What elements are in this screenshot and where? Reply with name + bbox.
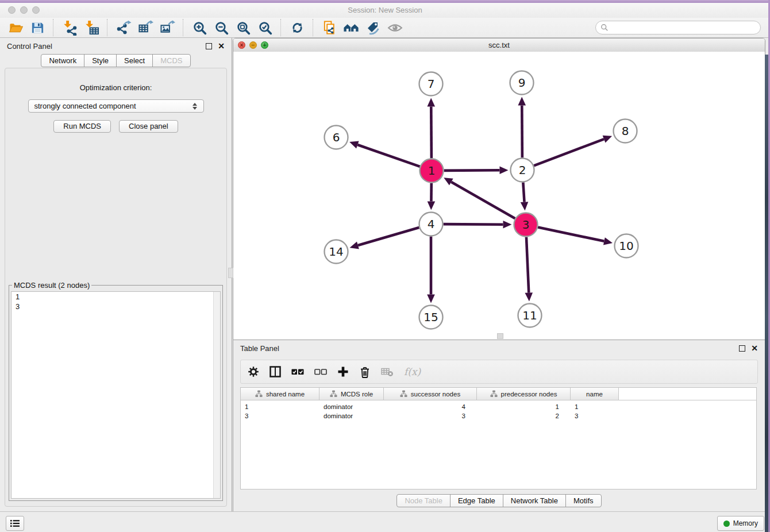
zoom-in-button[interactable] <box>190 19 209 37</box>
column-layout-button[interactable] <box>270 366 281 377</box>
edge-4-14[interactable] <box>358 228 419 245</box>
zoom-in-icon <box>192 21 207 35</box>
float-panel-icon[interactable] <box>206 43 212 49</box>
table-cell[interactable]: dominator <box>319 413 384 419</box>
network-window-title: scc.txt <box>233 38 765 52</box>
tab-network-table[interactable]: Network Table <box>503 494 566 507</box>
mcds-result-line: 1 <box>11 292 220 302</box>
tab-edge-table[interactable]: Edge Table <box>450 494 503 507</box>
task-history-button[interactable] <box>6 516 24 531</box>
edge-1-2[interactable] <box>444 170 499 171</box>
edge-3-10[interactable] <box>538 227 604 241</box>
table-cell[interactable]: 3 <box>384 413 477 419</box>
close-network-button[interactable]: × <box>238 41 245 49</box>
edge-1-7[interactable] <box>431 106 432 158</box>
maximize-network-button[interactable]: + <box>261 41 268 49</box>
table-row[interactable]: 3dominator323 <box>241 411 756 421</box>
column-header-label: MCDS role <box>341 391 373 398</box>
function-builder-button[interactable]: f(x) <box>404 366 421 377</box>
clone-network-button[interactable] <box>320 19 338 37</box>
graph-node-label: 7 <box>428 77 435 91</box>
tab-motifs[interactable]: Motifs <box>565 494 602 507</box>
table-cell[interactable]: 3 <box>571 413 619 419</box>
export-table-button[interactable] <box>136 19 155 37</box>
edge-2-8[interactable] <box>534 139 604 165</box>
tab-node-table[interactable]: Node Table <box>396 494 451 507</box>
edge-3-1[interactable] <box>451 182 515 219</box>
add-column-button[interactable] <box>337 366 349 377</box>
table-row[interactable]: 1dominator411 <box>241 402 756 411</box>
export-image-button[interactable] <box>158 19 176 37</box>
edge-2-3[interactable] <box>523 182 524 202</box>
import-table-button[interactable] <box>82 19 101 37</box>
tab-mcds[interactable]: MCDS <box>152 54 190 67</box>
close-panel-button[interactable]: Close panel <box>119 120 178 133</box>
edge-4-3[interactable] <box>443 224 503 225</box>
refresh-layout-button[interactable] <box>288 19 306 37</box>
memory-label: Memory <box>733 519 758 527</box>
column-header-predecessor-nodes[interactable]: predecessor nodes <box>477 388 571 400</box>
column-header-label: name <box>586 391 603 398</box>
minimize-network-button[interactable]: − <box>249 41 257 49</box>
edge-1-6[interactable] <box>357 145 419 167</box>
canvas-scroll-grip[interactable] <box>497 333 503 339</box>
run-mcds-button[interactable]: Run MCDS <box>53 120 111 133</box>
table-cell[interactable]: 4 <box>384 403 477 410</box>
deselect-all-columns-button[interactable] <box>314 368 327 376</box>
tab-network[interactable]: Network <box>41 54 84 67</box>
home-button[interactable] <box>342 19 360 37</box>
zoom-selected-button[interactable] <box>256 19 274 37</box>
column-header-shared-name[interactable]: shared name <box>241 388 319 400</box>
delete-column-button[interactable] <box>359 366 371 378</box>
delete-table-button[interactable] <box>381 367 394 377</box>
edge-3-11[interactable] <box>526 237 529 292</box>
mcds-result-box[interactable]: 13 <box>11 291 221 499</box>
zoom-fit-button[interactable] <box>234 19 252 37</box>
refresh-icon <box>290 21 305 35</box>
table-cell[interactable]: dominator <box>319 403 384 410</box>
save-session-button[interactable] <box>28 19 47 37</box>
table-cell[interactable]: 1 <box>241 403 319 410</box>
panel-divider-grip[interactable] <box>228 268 233 278</box>
zoom-out-button[interactable] <box>212 19 230 37</box>
graph-node-label: 14 <box>329 245 343 259</box>
window-frame-top <box>0 0 770 3</box>
search-input[interactable] <box>609 23 756 32</box>
table-header-row: shared nameMCDS rolesuccessor nodesprede… <box>241 388 756 400</box>
network-canvas[interactable]: 7968124314101511 <box>233 52 765 340</box>
table-cell[interactable]: 1 <box>571 403 619 410</box>
result-scrollbar[interactable] <box>213 292 220 498</box>
export-network-button[interactable] <box>114 19 133 37</box>
settings-gear-button[interactable] <box>248 366 259 377</box>
optimization-criterion-dropdown[interactable]: strongly connected component <box>28 99 204 113</box>
table-cell[interactable]: 1 <box>477 403 571 410</box>
column-header-successor-nodes[interactable]: successor nodes <box>384 388 477 400</box>
memory-button[interactable]: Memory <box>717 516 764 531</box>
tab-select[interactable]: Select <box>116 54 153 67</box>
open-session-button[interactable] <box>6 19 25 37</box>
network-window-titlebar[interactable]: × − + scc.txt <box>233 38 765 52</box>
close-panel-icon[interactable]: ✕ <box>218 42 225 50</box>
style-tag-button[interactable] <box>364 19 382 37</box>
search-field[interactable] <box>595 21 761 34</box>
table-cell[interactable]: 2 <box>477 413 571 419</box>
toolbar-separator <box>313 19 314 36</box>
column-header-name[interactable]: name <box>571 388 619 400</box>
gear-icon <box>248 366 259 377</box>
close-table-panel-icon[interactable]: ✕ <box>751 344 758 352</box>
column-type-icon <box>330 390 337 398</box>
node-table[interactable]: shared nameMCDS rolesuccessor nodesprede… <box>240 387 757 489</box>
control-panel-header: Control Panel ✕ <box>0 38 232 54</box>
toolbar-separator <box>280 19 282 36</box>
network-graph[interactable]: 7968124314101511 <box>233 52 765 340</box>
select-all-columns-button[interactable] <box>291 368 304 376</box>
table-cell[interactable]: 3 <box>241 413 319 419</box>
tab-style[interactable]: Style <box>84 54 117 67</box>
float-table-panel-icon[interactable] <box>739 345 745 352</box>
column-header-MCDS-role[interactable]: MCDS role <box>319 388 384 400</box>
import-network-button[interactable] <box>60 19 79 37</box>
edge-arrowhead <box>521 202 529 210</box>
edge-2-9[interactable] <box>522 105 522 157</box>
table-panel-header: Table Panel ✕ <box>233 340 765 356</box>
eye-button[interactable] <box>386 19 404 37</box>
